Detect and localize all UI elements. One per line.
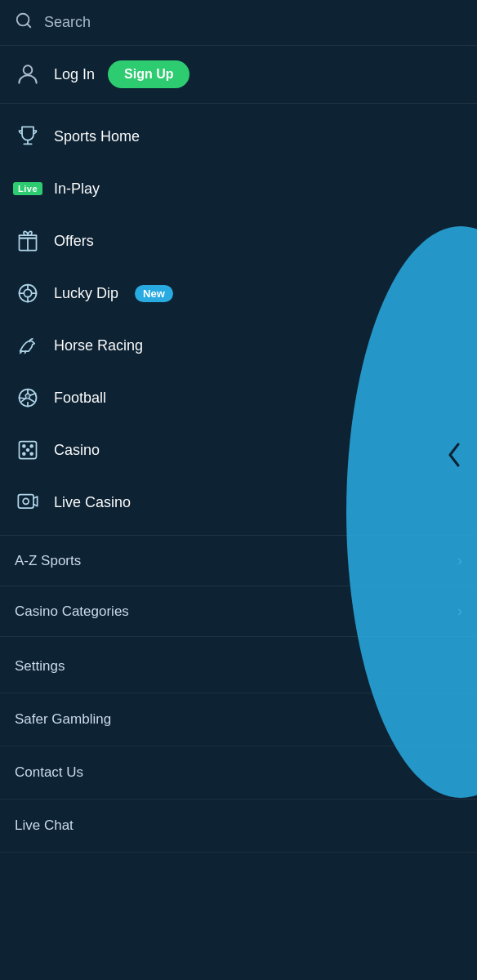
signup-button[interactable]: Sign Up [108,60,189,88]
nav-item-lucky-dip[interactable]: Lucky Dip New [0,267,477,319]
horse-racing-icon [15,332,41,359]
lucky-dip-icon [15,280,41,306]
nav-item-offers[interactable]: Offers [0,215,477,267]
svg-point-23 [30,445,33,448]
svg-point-26 [27,449,29,452]
svg-point-2 [24,65,33,74]
svg-point-24 [23,452,25,455]
football-label: Football [54,390,106,407]
sports-home-label: Sports Home [54,128,140,145]
svg-line-19 [29,399,34,402]
nav-item-football[interactable]: Football [0,372,477,424]
settings-label: Settings [15,658,65,674]
login-button[interactable]: Log In [54,66,95,83]
search-icon [15,11,33,33]
casino-categories-label: Casino Categories [15,604,129,620]
safer-gambling-label: Safer Gambling [15,711,111,727]
in-play-label: In-Play [54,180,100,198]
lucky-dip-label: Lucky Dip [54,285,118,302]
svg-point-22 [23,445,25,448]
nav-item-casino[interactable]: Casino [0,424,477,476]
svg-point-25 [30,452,33,455]
casino-icon [15,437,41,463]
gift-icon [15,228,41,254]
collapse-button[interactable] [439,430,469,479]
svg-line-18 [30,394,36,395]
nav-item-in-play[interactable]: Live In-Play [0,163,477,215]
svg-marker-14 [25,393,30,399]
svg-point-28 [23,498,29,504]
main-nav-section: Sports Home Live In-Play [0,104,477,536]
live-casino-label: Live Casino [54,494,131,511]
nav-item-live-casino[interactable]: Live Casino [0,476,477,528]
casino-label: Casino [54,442,100,459]
live-chat-label: Live Chat [15,817,74,833]
search-label: Search [44,14,91,31]
contact-us-label: Contact Us [15,764,83,780]
offers-label: Offers [54,233,94,250]
live-badge: Live [13,182,42,195]
live-casino-icon [15,489,41,515]
svg-point-8 [24,289,31,296]
az-sports-label: A-Z Sports [15,553,81,569]
svg-line-1 [27,24,30,27]
nav-item-sports-home[interactable]: Sports Home [0,110,477,163]
football-icon [15,385,41,411]
search-bar[interactable]: Search [0,0,477,46]
svg-rect-27 [18,495,33,508]
horse-racing-label: Horse Racing [54,337,143,354]
live-badge-icon: Live [15,176,41,202]
nav-item-horse-racing[interactable]: Horse Racing [0,319,477,372]
trophy-icon [15,123,41,149]
user-icon [15,61,41,87]
auth-section: Log In Sign Up [0,46,477,104]
new-badge: New [135,285,173,302]
nav-item-live-chat[interactable]: Live Chat [0,800,477,853]
